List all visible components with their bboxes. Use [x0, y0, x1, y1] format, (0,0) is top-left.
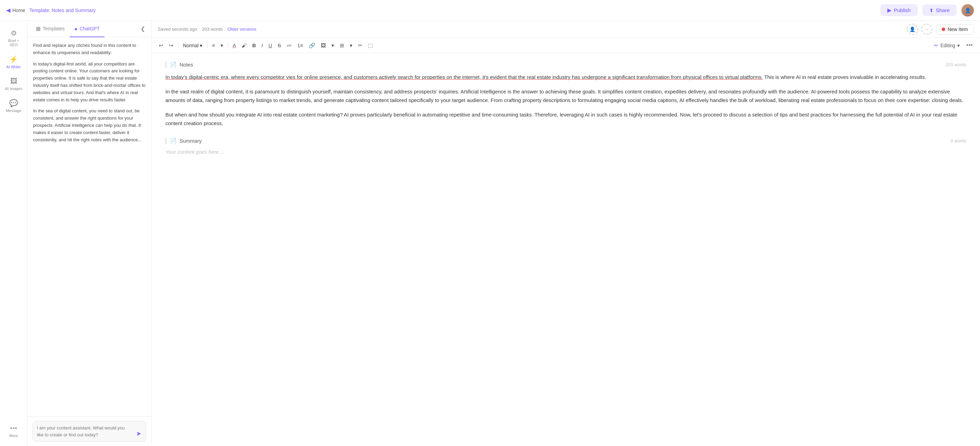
sidebar-item-label: AI Images [5, 86, 22, 91]
notes-word-count: 203 words [945, 62, 966, 67]
chat-input[interactable] [37, 425, 133, 438]
main-layout: ⚙ Brief + SEO ⚡ AI Writer 🖼 AI Images 💬 … [0, 21, 980, 446]
underline-button[interactable]: U [266, 41, 275, 50]
tab-templates-label: Templates [43, 26, 65, 31]
table-button[interactable]: ⊞ [337, 41, 347, 50]
editor-avatar-1[interactable]: 👤 [907, 24, 918, 35]
table-icon: ⊞ [340, 42, 344, 49]
more-label: More [9, 433, 18, 438]
older-versions-link[interactable]: Older versions [228, 27, 256, 32]
panel-text-3: In the sea of digital content, you need … [33, 108, 146, 143]
publish-label: Publish [894, 7, 911, 13]
more-options-button[interactable]: ••• [964, 40, 975, 51]
editing-mode-button[interactable]: ✏ Editing ▾ [931, 41, 963, 50]
undo-icon: ↩ [159, 42, 163, 49]
chat-input-area: ➤ [27, 416, 151, 446]
toolbar-sep-2 [207, 42, 207, 49]
highlight-icon: 🖌 [242, 42, 247, 48]
chatgpt-icon: ● [75, 26, 78, 32]
summary-word-count: 0 words [950, 138, 966, 143]
highlight-button[interactable]: 🖌 [239, 41, 249, 50]
italic-icon: I [261, 42, 263, 48]
tab-chatgpt[interactable]: ● ChatGPT [70, 21, 104, 37]
editor-avatar-2[interactable]: + [921, 24, 932, 35]
notes-paragraph-3: But when and how should you integrate AI… [165, 110, 966, 128]
text-color-button[interactable]: A [230, 41, 239, 50]
underline-icon: U [269, 42, 272, 48]
sidebar-item-ai-images[interactable]: 🖼 AI Images [2, 74, 25, 94]
redo-button[interactable]: ↪ [166, 41, 176, 50]
panel-content: Find and replace any clichés found in th… [27, 37, 151, 416]
style-chevron-icon: ▾ [200, 43, 202, 48]
ordered-list-icon: 1≡ [298, 42, 303, 48]
style-selector[interactable]: Normal ▾ [180, 41, 205, 50]
bullet-list-icon: ≔ [287, 42, 292, 49]
summary-section-icon: 📄 [170, 137, 177, 144]
panel-collapse-btn[interactable]: ❮ [138, 21, 148, 37]
avatar-placeholder-icon-2: + [926, 27, 928, 32]
bullet-list-button[interactable]: ≔ [284, 41, 294, 50]
align-chevron-button[interactable]: ▾ [218, 41, 226, 50]
home-button[interactable]: ◀ Home [6, 7, 25, 13]
editor-area: Saved seconds ago 203 words Older versio… [152, 21, 980, 446]
avatar-placeholder-icon: 👤 [909, 27, 915, 32]
home-label: Home [13, 8, 25, 13]
link-icon: 🔗 [309, 42, 315, 49]
sidebar-item-message[interactable]: 💬 Message [2, 96, 25, 116]
ordered-list-button[interactable]: 1≡ [295, 41, 305, 50]
editor-topbar-right: 👤 + New Item [907, 24, 974, 35]
panel: ▦ Templates ● ChatGPT ❮ Find and replace… [27, 21, 152, 446]
bold-button[interactable]: B [250, 41, 258, 50]
editor-content: 📄 Notes 203 words In today's digital-cen… [152, 53, 980, 446]
new-item-label: New Item [948, 27, 968, 32]
extra-format-button[interactable]: ⬚ [366, 41, 375, 50]
notes-section-header: 📄 Notes 203 words [165, 61, 966, 68]
ai-writer-icon: ⚡ [9, 55, 18, 64]
link-button[interactable]: 🔗 [306, 41, 318, 50]
summary-section: 📄 Summary 0 words Your content goes here… [165, 137, 966, 155]
tab-templates[interactable]: ▦ Templates [31, 21, 70, 37]
share-button[interactable]: ⬆ Share [923, 5, 956, 16]
image-chevron-button[interactable]: ▾ [329, 41, 337, 50]
sidebar-item-more[interactable]: ••• More [2, 421, 25, 441]
panel-tabs: ▦ Templates ● ChatGPT ❮ [27, 21, 151, 37]
user-avatar[interactable]: 👤 [961, 4, 974, 16]
ai-images-icon: 🖼 [10, 77, 17, 85]
saved-text: Saved seconds ago [158, 27, 197, 32]
summary-section-header: 📄 Summary 0 words [165, 137, 966, 144]
new-item-button[interactable]: New Item [936, 24, 974, 35]
notes-paragraph-1: In today's digital-centric era, where ev… [165, 73, 966, 82]
new-item-dot-icon [942, 27, 945, 31]
notes-para1-underlined: In today's digital-centric era, where ev… [165, 74, 763, 80]
sidebar-item-ai-writer[interactable]: ⚡ AI Writer [2, 52, 25, 72]
sidebar-item-label: Brief + SEO [4, 38, 24, 47]
breadcrumb-name: Notes and Summary [52, 8, 96, 13]
strikethrough-button[interactable]: S [275, 41, 283, 50]
italic-button[interactable]: I [259, 41, 265, 50]
undo-button[interactable]: ↩ [156, 41, 166, 50]
toolbar-sep-3 [228, 42, 228, 49]
notes-section-icon: 📄 [170, 61, 177, 68]
summary-section-title: Summary [180, 138, 202, 144]
image-button[interactable]: 🖼 [318, 41, 328, 50]
extra-format-icon: ⬚ [368, 42, 373, 49]
top-bar-right: ▶ Publish ⬆ Share 👤 [880, 4, 974, 16]
sidebar-item-label: AI Writer [6, 65, 21, 69]
more-dots-icon: ••• [966, 42, 973, 49]
text-color-icon: A [232, 42, 236, 48]
editing-label: Editing [940, 43, 955, 48]
templates-icon: ▦ [36, 25, 41, 32]
editor-topbar-left: Saved seconds ago 203 words Older versio… [158, 27, 256, 32]
top-bar: ◀ Home Template: Notes and Summary ▶ Pub… [0, 0, 980, 21]
align-button[interactable]: ≡ [210, 41, 218, 50]
toolbar-sep-1 [178, 42, 178, 49]
publish-button[interactable]: ▶ Publish [880, 4, 918, 16]
pencil-icon: ✏ [934, 43, 938, 48]
share-label: Share [936, 7, 950, 13]
editing-chevron-icon: ▾ [957, 43, 960, 48]
chat-input-box: ➤ [32, 421, 146, 442]
sidebar-item-brief-seo[interactable]: ⚙ Brief + SEO [2, 25, 25, 50]
table-chevron-button[interactable]: ▾ [347, 41, 355, 50]
clear-format-button[interactable]: ✂ [356, 41, 365, 50]
chat-send-button[interactable]: ➤ [135, 429, 142, 438]
